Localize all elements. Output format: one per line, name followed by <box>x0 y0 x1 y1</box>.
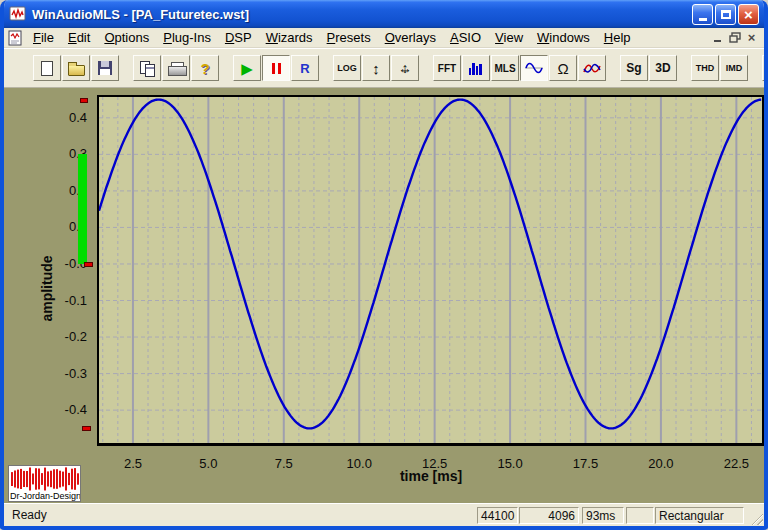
app-window: WinAudioMLS - [PA_Futuretec.wst] × FileE… <box>0 0 768 530</box>
maximize-icon <box>721 10 731 19</box>
menu-wizards[interactable]: Wizards <box>259 29 320 46</box>
new-button[interactable] <box>33 55 61 81</box>
titlebar[interactable]: WinAudioMLS - [PA_Futuretec.wst] × <box>4 0 764 28</box>
menu-edit[interactable]: Edit <box>61 29 97 46</box>
omega-icon: Ω <box>557 60 568 77</box>
menu-options[interactable]: Options <box>97 29 156 46</box>
window-function-field: Rectangular <box>655 507 744 524</box>
imd-button[interactable]: IMD <box>720 55 748 81</box>
toolbar-group: ? <box>133 55 220 81</box>
menu-presets[interactable]: Presets <box>320 29 378 46</box>
fft-label: FFT <box>438 63 456 74</box>
vertical-arrows-icon: ↕ <box>372 60 380 77</box>
fft-button[interactable]: FFT <box>433 55 461 81</box>
sample-rate-field: 44100 <box>477 507 518 524</box>
x-tick-label: 17.5 <box>573 456 598 471</box>
toolbar-group: Sg3D <box>620 55 678 81</box>
print-button[interactable] <box>162 55 190 81</box>
minimize-icon <box>699 18 707 21</box>
fft-size-field: 4096 <box>519 507 579 524</box>
help-button[interactable]: ? <box>191 55 219 81</box>
copy-pages-icon <box>139 61 155 76</box>
zero-button[interactable]: 0 <box>762 55 768 81</box>
x-tick-label: 7.5 <box>275 456 293 471</box>
signal-generator-label: Sg <box>626 61 641 75</box>
spectrum-button[interactable] <box>462 55 490 81</box>
menubar: FileEditOptionsPlug-InsDSPWizardsPresets… <box>4 28 764 48</box>
x-tick-label: 15.0 <box>497 456 522 471</box>
record-r-button[interactable]: R <box>291 55 319 81</box>
move-arrows-icon: ↔↕ <box>396 59 414 77</box>
overlay-button[interactable] <box>578 55 606 81</box>
maximize-button[interactable] <box>715 4 736 25</box>
mls-button[interactable]: MLS <box>491 55 519 81</box>
open-folder-icon <box>68 65 85 76</box>
x-tick-label: 22.5 <box>724 456 749 471</box>
printer-icon <box>168 62 185 75</box>
dr-jordan-design-logo: Dr-Jordan-Design <box>8 465 81 502</box>
y-tick-label: -0.2 <box>35 329 87 344</box>
open-button[interactable] <box>62 55 90 81</box>
menu-items: FileEditOptionsPlug-InsDSPWizardsPresets… <box>26 29 638 46</box>
menu-overlays[interactable]: Overlays <box>378 29 443 46</box>
imd-label: IMD <box>726 63 743 73</box>
toolbar-group: ▶R <box>233 55 320 81</box>
logo-waveform-image <box>9 466 80 492</box>
x-tick-label: 20.0 <box>648 456 673 471</box>
scope-button[interactable] <box>520 55 548 81</box>
plot-workspace: amplitude time [ms] Dr-Jordan-Design 2.5… <box>4 88 764 503</box>
toolbar-group: THDIMD <box>691 55 749 81</box>
log-scale-button[interactable]: LOG <box>333 55 361 81</box>
impedance-button[interactable]: Ω <box>549 55 577 81</box>
menu-dsp[interactable]: DSP <box>218 29 259 46</box>
y-tick-label: -0.1 <box>35 293 87 308</box>
save-floppy-icon <box>98 61 112 75</box>
mdi-minimize-button[interactable] <box>709 30 726 45</box>
mdi-close-button[interactable]: × <box>743 30 760 45</box>
minimize-button[interactable] <box>692 4 713 25</box>
x-tick-label: 12.5 <box>422 456 447 471</box>
peak-marker <box>84 262 93 267</box>
plot-area[interactable] <box>97 95 764 446</box>
toolbar-group: LOG↕↔↕ <box>333 55 420 81</box>
thd-button[interactable]: THD <box>691 55 719 81</box>
play-button[interactable]: ▶ <box>233 55 261 81</box>
toolbar-group: FFTMLSΩ <box>433 55 607 81</box>
x-tick-label: 2.5 <box>124 456 142 471</box>
duration-field: 93ms <box>582 507 624 524</box>
pan-button[interactable]: ↔↕ <box>391 55 419 81</box>
waveform-chart <box>99 97 762 443</box>
mdi-restore-button[interactable] <box>726 30 743 45</box>
resize-grip[interactable] <box>750 512 763 525</box>
menu-plug-ins[interactable]: Plug-Ins <box>156 29 218 46</box>
sine-wave-icon <box>525 61 543 75</box>
mdi-close-icon: × <box>748 30 756 45</box>
y-tick-label: -0.3 <box>35 366 87 381</box>
toolbar-group <box>33 55 120 81</box>
pause-button[interactable] <box>262 55 290 81</box>
spectrum-bars-icon <box>468 60 484 76</box>
copy-button[interactable] <box>133 55 161 81</box>
menu-view[interactable]: View <box>488 29 530 46</box>
close-icon: × <box>744 7 753 22</box>
document-icon[interactable] <box>8 30 23 46</box>
spectrogram-3d-label: 3D <box>655 61 670 75</box>
menu-file[interactable]: File <box>26 29 61 46</box>
x-tick-label: 5.0 <box>199 456 217 471</box>
close-button[interactable]: × <box>738 4 759 25</box>
play-triangle-icon: ▶ <box>241 61 253 76</box>
logo-text: Dr-Jordan-Design <box>10 491 81 501</box>
menu-asio[interactable]: ASIO <box>443 29 488 46</box>
record-r-label: R <box>300 61 309 76</box>
spectrogram-3d-button[interactable]: 3D <box>649 55 677 81</box>
new-document-icon <box>41 61 53 76</box>
mls-label: MLS <box>494 63 515 74</box>
peak-marker <box>80 98 88 103</box>
vertical-zoom-button[interactable]: ↕ <box>362 55 390 81</box>
menu-help[interactable]: Help <box>597 29 638 46</box>
save-button[interactable] <box>91 55 119 81</box>
empty-field <box>626 507 654 524</box>
signal-generator-button[interactable]: Sg <box>620 55 648 81</box>
menu-windows[interactable]: Windows <box>530 29 597 46</box>
help-question-icon: ? <box>200 60 209 77</box>
